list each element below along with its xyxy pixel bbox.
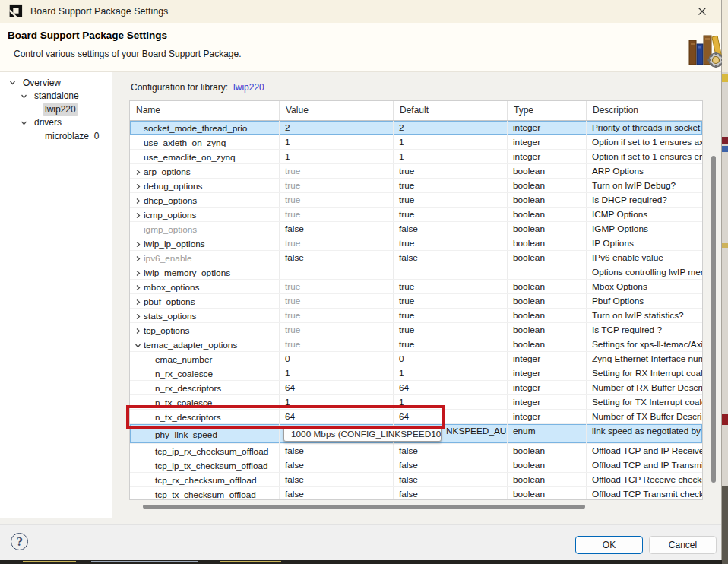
cell-type: integer	[508, 381, 587, 394]
column-header-value[interactable]: Value	[280, 101, 394, 120]
help-button[interactable]: ?	[11, 533, 28, 550]
chevron-right-icon[interactable]	[135, 270, 141, 277]
cell-type: integer	[508, 135, 587, 149]
setting-name: dhcp_options	[144, 195, 197, 206]
cell-type: boolean	[508, 473, 587, 486]
cell-description: Mbox Options	[587, 280, 702, 293]
cell-description: IPv6 enable value	[587, 251, 702, 265]
cell-value: false	[280, 473, 394, 486]
table-row[interactable]: dhcp_optionstruetruebooleanIs DHCP requi…	[130, 193, 702, 208]
chevron-right-icon[interactable]	[135, 183, 141, 190]
cell-description: Zynq Ethernet Interface numb	[587, 352, 702, 366]
column-header-type[interactable]: Type	[508, 101, 587, 120]
table-row[interactable]: tcp_ip_rx_checksum_offloadfalsefalsebool…	[130, 444, 702, 458]
table-row[interactable]: n_rx_coalesce11integerSetting for RX Int…	[130, 366, 702, 381]
cell-default: false	[394, 444, 508, 458]
cell-description: Settings for xps-ll-temac/Axi-	[587, 337, 702, 351]
table-row[interactable]: tcp_tx_checksum_offloadfalsefalseboolean…	[130, 487, 702, 500]
cell-type: boolean	[508, 251, 587, 265]
cell-default: 2	[394, 121, 508, 135]
table-row[interactable]: tcp_rx_checksum_offloadfalsefalseboolean…	[130, 473, 702, 487]
cell-default: true	[394, 294, 508, 308]
chevron-down-icon[interactable]	[9, 79, 17, 86]
chevron-right-icon[interactable]	[135, 328, 141, 334]
sidebar-item-microblaze_0[interactable]: microblaze_0	[43, 129, 101, 142]
table-row[interactable]: tcp_ip_tx_checksum_offloadfalsefalsebool…	[130, 458, 702, 473]
table-row[interactable]: use_axieth_on_zynq11integerOption if set…	[130, 135, 702, 150]
cell-name: tcp_tx_checksum_offload	[130, 487, 280, 500]
cell-description: Turn on lwIP Debug?	[587, 179, 702, 192]
column-header-description[interactable]: Description	[587, 101, 702, 120]
setting-name: pbuf_options	[144, 296, 195, 307]
table-row[interactable]: socket_mode_thread_prio22integerPriority…	[130, 121, 702, 135]
chevron-right-icon[interactable]	[135, 241, 141, 248]
bsp-settings-dialog: Board Support Package Settings Board Sup…	[0, 0, 722, 560]
cancel-button[interactable]: Cancel	[649, 536, 717, 554]
setting-name: tcp_tx_checksum_offload	[155, 490, 256, 500]
cell-value: 0	[280, 352, 394, 366]
cell-default: false	[394, 251, 508, 265]
chevron-right-icon[interactable]	[135, 255, 141, 262]
cell-description: Option if set to 1 ensures ema	[587, 150, 702, 163]
chevron-right-icon[interactable]	[135, 198, 141, 204]
close-button[interactable]	[691, 3, 714, 20]
tree-item-label: standalone	[32, 90, 81, 102]
cell-type: integer	[508, 395, 587, 409]
cell-description: Number of RX Buffer Descript	[587, 381, 702, 394]
cell-name: use_axieth_on_zynq	[130, 135, 280, 149]
chevron-down-icon[interactable]	[135, 342, 141, 349]
table-row[interactable]: debug_optionstruetruebooleanTurn on lwIP…	[130, 179, 702, 193]
cell-default: 0	[394, 352, 508, 366]
table-row[interactable]: use_emaclite_on_zynq11integerOption if s…	[130, 150, 702, 164]
table-row[interactable]: pbuf_optionstruetruebooleanPbuf Options	[130, 294, 702, 309]
cell-name: arp_options	[130, 164, 280, 178]
table-row[interactable]: emac_number00integerZynq Ethernet Interf…	[130, 352, 702, 366]
table-row[interactable]: ipv6_enablefalsefalsebooleanIPv6 enable …	[130, 251, 702, 265]
table-row[interactable]: stats_optionstruetruebooleanTurn on lwIP…	[130, 309, 702, 323]
cell-name: stats_options	[130, 309, 280, 322]
table-row[interactable]: lwip_ip_optionstruetruebooleanIP Options	[130, 236, 702, 251]
table-row[interactable]: igmp_optionsfalsefalsebooleanIGMP Option…	[130, 222, 702, 236]
table-row[interactable]: mbox_optionstruetruebooleanMbox Options	[130, 280, 702, 294]
sidebar-item-standalone[interactable]: standalone	[21, 90, 81, 103]
question-mark-icon: ?	[16, 536, 22, 548]
cell-type: boolean	[508, 487, 587, 500]
setting-name: icmp_options	[144, 210, 197, 220]
horizontal-scrollbar-thumb[interactable]	[143, 505, 585, 509]
chevron-down-icon[interactable]	[21, 93, 28, 100]
chevron-right-icon[interactable]	[135, 299, 141, 306]
cell-value: false	[280, 487, 394, 500]
chevron-right-icon[interactable]	[135, 284, 141, 291]
table-row[interactable]: tcp_optionstruetruebooleanIs TCP require…	[130, 323, 702, 337]
cell-default: false	[394, 487, 508, 500]
cell-default: true	[394, 208, 508, 221]
table-row[interactable]: temac_adapter_optionstruetruebooleanSett…	[130, 337, 702, 352]
table-row[interactable]: arp_optionstruetruebooleanARP Options	[130, 164, 702, 179]
cell-value: true	[280, 323, 394, 337]
vertical-scrollbar-thumb[interactable]	[711, 156, 716, 483]
page-subtitle: Control various settings of your Board S…	[14, 49, 242, 59]
setting-name: ipv6_enable	[144, 253, 192, 264]
column-header-default[interactable]: Default	[394, 101, 508, 120]
table-row[interactable]: icmp_optionstruetruebooleanICMP Options	[130, 208, 702, 222]
cell-type: integer	[508, 410, 587, 423]
cell-default: true	[394, 164, 508, 178]
cell-default: false	[394, 473, 508, 486]
sidebar-item-overview[interactable]: Overview	[9, 76, 63, 89]
cell-value: 1	[280, 135, 394, 149]
cell-name: lwip_memory_options	[130, 265, 280, 279]
column-header-name[interactable]: Name	[130, 101, 280, 120]
cell-value: 2	[280, 121, 394, 135]
amd-logo-icon	[8, 4, 23, 19]
chevron-down-icon[interactable]	[21, 119, 28, 126]
sidebar-item-drivers[interactable]: drivers	[21, 116, 64, 129]
table-row[interactable]: lwip_memory_optionsOptions controlling l…	[130, 265, 702, 280]
sidebar-item-lwip220[interactable]: lwip220	[43, 103, 78, 116]
ok-button[interactable]: OK	[575, 536, 643, 554]
table-row[interactable]: n_rx_descriptors6464integerNumber of RX …	[130, 381, 702, 395]
chevron-right-icon[interactable]	[135, 212, 141, 219]
cell-description: link speed as negotiated by th	[587, 424, 702, 443]
chevron-right-icon[interactable]	[135, 169, 141, 176]
cell-default: true	[394, 179, 508, 192]
chevron-right-icon[interactable]	[135, 313, 141, 320]
